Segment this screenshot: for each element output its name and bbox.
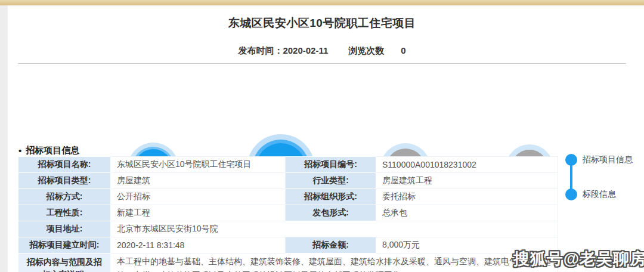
cell-value-bid-method: 公开招标 (111, 189, 286, 205)
cell-label-organization-form: 招标组织形式: (286, 189, 376, 205)
table-row: 招标项目类型: 房屋建筑 行业类型: 房屋建筑工程 (18, 173, 558, 189)
cell-value-project-type: 房屋建筑 (111, 173, 286, 189)
cell-value-contract-form: 总承包 (376, 205, 558, 221)
cell-value-project-address: 北京市东城区民安街10号院 (111, 221, 558, 237)
views-count: 0 (401, 45, 405, 55)
cell-value-project-name: 东城区民安小区10号院职工住宅项目 (111, 157, 286, 173)
cell-value-industry-type: 房屋建筑工程 (376, 173, 558, 189)
table-row: 项目地址: 北京市东城区民安街10号院 (18, 221, 558, 237)
cell-label-project-nature: 工程性质: (18, 205, 111, 221)
page-title: 东城区民安小区10号院职工住宅项目 (0, 16, 644, 31)
cell-value-project-nature: 新建工程 (111, 205, 286, 221)
cell-label-creation-time: 招标项目建立时间: (18, 237, 111, 254)
nav-dot-icon (565, 188, 577, 200)
cell-value-creation-time: 2020-2-11 8:31:48 (111, 237, 286, 254)
cell-label-project-type: 招标项目类型: (18, 173, 111, 189)
cell-label-scope-description: 招标内容与范围及招标方案说明: (18, 254, 111, 272)
views-label: 浏览次数 (348, 45, 384, 55)
right-anchor-nav: 招标项目信息 标段信息 (565, 154, 644, 208)
table-row: 招标项目名称: 东城区民安小区10号院职工住宅项目 招标项目编号: S11000… (18, 157, 558, 173)
table-row: 工程性质: 新建工程 发包形式: 总承包 (18, 205, 558, 221)
top-accent-bar (0, 0, 644, 5)
publish-time-label: 发布时间： (238, 45, 283, 55)
cell-label-bid-method: 招标方式: (18, 189, 111, 205)
nav-item-section-info[interactable]: 标段信息 (565, 188, 616, 200)
bidding-project-info-table: 招标项目名称: 东城区民安小区10号院职工住宅项目 招标项目编号: S11000… (18, 156, 558, 272)
cell-label-industry-type: 行业类型: (286, 173, 376, 189)
table-row: 招标方式: 公开招标 招标组织形式: 委托招标 (18, 189, 558, 205)
cell-label-project-name: 招标项目名称: (18, 157, 111, 173)
nav-item-bidding-project-info[interactable]: 招标项目信息 (565, 154, 633, 166)
cell-label-project-address: 项目地址: (18, 221, 111, 237)
cell-label-project-number: 招标项目编号: (286, 157, 376, 173)
table-row: 招标内容与范围及招标方案说明: 本工程中的地基与基础、主体结构、建筑装饰装修、建… (18, 254, 558, 272)
cell-label-contract-form: 发包形式: (286, 205, 376, 221)
bullet-icon: • (18, 146, 21, 156)
table-row: 招标项目建立时间: 2020-2-11 8:31:48 招标金额: 8,000万… (18, 237, 558, 254)
nav-item-label: 招标项目信息 (583, 154, 633, 165)
header-divider (18, 63, 626, 64)
cell-value-project-number: S110000A001018231002 (376, 157, 558, 173)
publish-time-value: 2020-02-11 (283, 45, 328, 55)
nav-dot-icon (565, 154, 577, 166)
tender-detail-page: 东城区民安小区10号院职工住宅项目 发布时间：2020-02-11浏览次数0 项… (0, 0, 644, 272)
nav-item-label: 标段信息 (583, 189, 616, 200)
section-title-bidding-project-info: • 招标项目信息 (18, 145, 79, 156)
cell-value-organization-form: 委托招标 (376, 189, 558, 205)
bidding-process-flow: 项目 登记 公告 及文件 开评标 交易 结果 (0, 66, 644, 140)
publish-info-row: 发布时间：2020-02-11浏览次数0 (0, 45, 644, 57)
section-title-text: 招标项目信息 (26, 145, 79, 156)
cell-value-scope-description: 本工程中的地基与基础、主体结构、建筑装饰装修、建筑屋面、建筑给水排水及采暖、通风… (111, 254, 558, 272)
watermark-sohu-account: 搜狐号@老吴聊房 (513, 248, 644, 270)
cell-label-bid-amount: 招标金额: (286, 237, 376, 254)
